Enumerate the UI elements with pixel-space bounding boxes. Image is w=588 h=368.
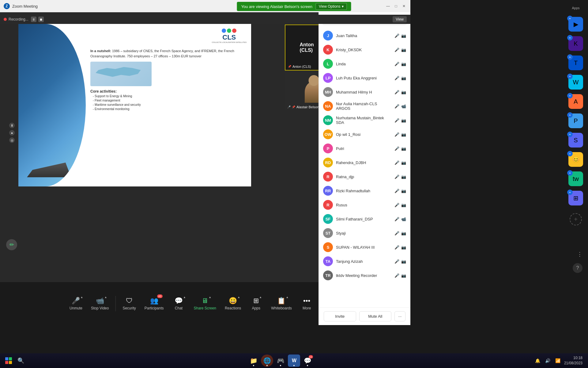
add-app-button[interactable]: + [567,170,573,176]
start-button[interactable] [3,355,14,366]
microphone-icon: 🎤 ▲ [72,297,80,305]
participant-item[interactable]: NMNurhutama Mustain_Bintek SDA🎤📷 [319,113,410,127]
close-button[interactable]: ✕ [401,3,407,9]
network-icon[interactable]: 📶 [554,357,562,364]
participant-item[interactable]: OWOp wil 1_Rosi🎤📷 [319,127,410,141]
participant-icons: 🎤📷 [394,146,406,151]
participant-item[interactable]: SSUPAN - WILAYAH III🎤📷 [319,240,410,254]
participant-item[interactable]: RRRizki Rahmadtullah🎤📷 [319,184,410,198]
add-app-button[interactable]: + [567,35,573,40]
stop-video-chevron: ▲ [104,296,107,299]
taskbar-search-button[interactable]: 🔍 [15,355,26,366]
participant-name: Rahendra_DJBH [336,160,391,165]
browser-taskbar[interactable]: 🌐 [261,355,273,367]
participant-list: JJuan Talitha🎤📷KKristy_DKSDK🎤📷LLinda🎤📷LP… [319,29,410,305]
add-app-button[interactable]: + [567,190,573,195]
participant-mic-icon: 🎤 [394,48,399,52]
notification-icon[interactable]: 🔔 [534,357,541,364]
security-button[interactable]: 🛡 Security [118,294,140,313]
participants-more-button[interactable]: ··· [394,311,405,321]
participant-item[interactable]: RRusus🎤📷 [319,198,410,212]
webex-app[interactable]: W+ [568,75,583,90]
word-taskbar[interactable]: W [288,355,300,367]
emoji-app[interactable]: 😊+ [568,152,583,167]
messaging-indicator [307,365,308,366]
participant-item[interactable]: RDRahendra_DJBH🎤📷 [319,155,410,170]
participant-avatar: L [323,59,333,69]
reactions-button[interactable]: 😀 ▲ Reactions [221,294,245,313]
participant-camera-icon: 📷 [401,259,406,264]
participants-button[interactable]: 👥 ▲ 43 Participants [140,294,168,313]
apps-strip-more-button[interactable]: ⋮ [577,251,582,258]
ai-app[interactable]: A+ [568,94,583,109]
stop-video-button[interactable]: 📹 ▲ Stop Video [87,294,113,313]
participants-icon: 👥 ▲ 43 [150,297,158,305]
more-icon: ••• [303,297,310,305]
whiteboards-button[interactable]: 📋 ▲ Whiteboards [267,294,296,313]
participant-item[interactable]: JJuan Talitha🎤📷 [319,29,410,43]
participant-camera-icon: 📷 [401,76,406,80]
sesh-app[interactable]: S+ [568,133,583,148]
add-app-button[interactable]: + [567,112,573,118]
share-screen-button[interactable]: 🖥 ▲ Share Screen [190,294,221,313]
reactions-icon: 😀 ▲ [229,297,237,305]
win-pane-2 [9,357,12,360]
chat-button[interactable]: 💬 ▲ Chat [168,294,190,313]
prezi-app[interactable]: P+ [568,113,583,128]
maximize-button[interactable]: □ [393,3,399,9]
participant-item[interactable]: RRatna_djp🎤📷 [319,170,410,184]
participant-item[interactable]: STStyaji🎤📷 [319,226,410,240]
trello-app[interactable]: T+ [568,56,583,70]
messaging-taskbar[interactable]: 💬 11 [301,355,314,367]
file-explorer-taskbar[interactable]: 📁 [247,355,260,367]
participant-item[interactable]: LLinda🎤📷 [319,57,410,71]
invite-button[interactable]: Invite [324,311,356,321]
participant-avatar: NA [323,101,333,111]
add-app-button[interactable]: + [567,74,573,79]
add-app-button[interactable]: + [567,93,573,98]
stop-recording-button[interactable]: ⏹ [38,17,44,22]
taskbar-apps: 📁 🌐 🎮 W 💬 11 [28,355,534,367]
add-app-button[interactable]: + [567,54,573,60]
twine-app[interactable]: tw+ [568,171,583,186]
mute-all-button[interactable]: Mute All [359,311,392,321]
kahoot-app[interactable]: K+ [568,36,583,51]
unmute-button[interactable]: 🎤 ▲ Unmute [65,294,87,313]
apps-button[interactable]: ⊞ ▲ Apps [245,294,267,313]
steam-taskbar[interactable]: 🎮 [274,355,287,367]
chat-chevron: ▲ [183,296,186,299]
whiteboards-icon: 📋 ▲ [277,297,285,305]
participant-item[interactable]: LPLuh Putu Eka Anggreni🎤📷 [319,71,410,85]
help-button[interactable]: ? [573,263,582,273]
participant-camera2-icon: 📹 [401,104,406,109]
win-pane-4 [9,361,12,364]
directv-app[interactable]: ▶+ [568,17,583,32]
participant-icons: 🎤📷 [394,62,406,66]
annotation-tool[interactable]: ✏ [6,239,17,250]
participant-item[interactable]: KKristy_DKSDK🎤📷 [319,43,410,57]
pause-recording-button[interactable]: ⏸ [31,17,36,22]
participant-item[interactable]: MHMuhammad Hilmy H🎤📷 [319,85,410,99]
participant-icons: 🎤📷 [394,203,406,207]
view-options-button[interactable]: View Options ▾ [315,3,347,10]
participant-camera-icon: 📷 [401,160,406,165]
minimize-button[interactable]: — [385,3,391,9]
volume-icon[interactable]: 🔊 [544,357,552,364]
participant-item[interactable]: NANur Aulia Hamzah-CLS ARGOS🎤📹 [319,99,410,113]
share-banner: You are viewing Alastair Belson's screen… [237,2,351,11]
participant-item[interactable]: TATanjung Azizah🎤📷 [319,254,410,268]
add-new-app-button[interactable]: + [570,213,582,225]
add-app-button[interactable]: + [567,151,573,156]
participant-mic-icon: 🎤 [394,231,399,236]
view-button[interactable]: View [393,16,407,22]
add-app-button[interactable]: + [567,16,573,21]
more-button[interactable]: ••• More [296,294,318,313]
participant-icons: 🎤📷 [394,259,406,264]
grid-app[interactable]: ⊞+ [568,191,583,205]
participant-avatar: TR [323,270,333,280]
participant-avatar: R [323,172,333,182]
participant-item[interactable]: TRtktdv Meeting Recorder🎤📷 [319,268,410,282]
participant-item[interactable]: PPutri🎤📷 [319,141,410,155]
add-app-button[interactable]: + [567,132,573,137]
participant-item[interactable]: SFSilmi Fatharani_DSP🎤📹 [319,212,410,226]
